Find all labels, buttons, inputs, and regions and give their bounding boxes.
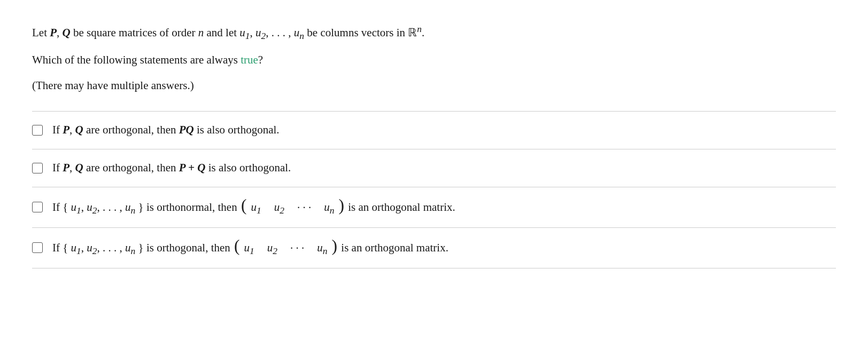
opt4-middle: } is orthogonal, then	[135, 241, 233, 254]
intro-section: Let P, Q be square matrices of order n a…	[32, 21, 836, 95]
option-row-3: If { u1, u2, . . . , un } is orthonormal…	[32, 187, 836, 228]
checkbox-area-2[interactable]	[32, 163, 43, 173]
opt4-suffix: is an orthogonal matrix.	[338, 241, 448, 254]
opt1-P: P	[63, 123, 69, 136]
which-text: Which of the following statements are al…	[32, 53, 241, 66]
opt2-middle: are orthogonal, then	[83, 161, 179, 174]
var-n: n	[198, 26, 204, 39]
option-text-1: If P, Q are orthogonal, then PQ is also …	[52, 121, 836, 139]
opt3-col-dots: · · ·	[297, 199, 311, 217]
vector-u1: u1	[239, 26, 250, 39]
option-row-2: If P, Q are orthogonal, then P + Q is al…	[32, 149, 836, 187]
opt3-col-un: un	[324, 199, 334, 218]
real-space: ℝn	[408, 26, 422, 39]
opt4-matrix: u1u2· · ·un	[241, 239, 331, 258]
multiple-answers-note: (There may have multiple answers.)	[32, 79, 194, 92]
opt4-u2: u2	[87, 241, 97, 254]
opt3-middle: } is orthonormal, then	[135, 201, 240, 213]
intro-line-2: Which of the following statements are al…	[32, 51, 836, 70]
opt4-col-dots: · · ·	[290, 240, 304, 258]
opt1-if: If	[52, 123, 63, 136]
intro-line-1: Let P, Q be square matrices of order n a…	[32, 21, 836, 44]
opt2-if: If	[52, 161, 63, 174]
question-mark: ?	[258, 53, 263, 66]
opt3-un: un	[125, 201, 135, 213]
opt4-col-u2: u2	[267, 239, 277, 258]
intro-period: .	[422, 26, 424, 39]
checkbox-3[interactable]	[32, 202, 43, 212]
opt3-col-u2: u2	[274, 199, 284, 218]
checkbox-1[interactable]	[32, 125, 43, 136]
option-text-4: If { u1, u2, . . . , un } is orthogonal,…	[52, 238, 836, 258]
option-text-2: If P, Q are orthogonal, then P + Q is al…	[52, 159, 836, 177]
opt3-lparen: (	[241, 196, 247, 215]
matrix-P: P	[50, 26, 57, 39]
opt3-u1: u1	[71, 201, 81, 213]
opt4-rparen: )	[332, 236, 338, 255]
opt3-u2: u2	[87, 201, 97, 213]
intro-line-3: (There may have multiple answers.)	[32, 76, 836, 96]
matrix-Q: Q	[63, 26, 71, 39]
vector-u2: u2	[255, 26, 266, 39]
opt4-sep1: ,	[81, 241, 87, 254]
opt2-PplusQ: P + Q	[179, 161, 206, 174]
opt3-if: If {	[52, 201, 71, 213]
intro-comma1: ,	[57, 26, 63, 39]
opt2-comma: ,	[69, 161, 75, 174]
opt3-rparen: )	[338, 196, 344, 215]
vector-un: un	[294, 26, 304, 39]
opt4-col-un: un	[317, 239, 327, 258]
opt2-P: P	[63, 161, 69, 174]
opt3-sep1: ,	[81, 201, 87, 213]
word-true: true	[241, 53, 258, 66]
checkbox-2[interactable]	[32, 163, 43, 173]
checkbox-area-1[interactable]	[32, 125, 43, 136]
opt1-middle: are orthogonal, then	[83, 123, 179, 136]
opt4-lparen: (	[234, 236, 240, 255]
opt4-if: If {	[52, 241, 71, 254]
intro-andlet: and let	[204, 26, 239, 39]
opt4-sep2: , . . . ,	[97, 241, 126, 254]
opt3-col-u1: u1	[251, 199, 261, 218]
checkbox-area-4[interactable]	[32, 242, 43, 253]
intro-sep1: ,	[250, 26, 256, 39]
opt4-u1: u1	[71, 241, 81, 254]
opt1-Q: Q	[75, 123, 83, 136]
opt3-suffix: is an orthogonal matrix.	[345, 201, 455, 213]
intro-suffix: be columns vectors in	[304, 26, 408, 39]
intro-order-text: be square matrices of order	[71, 26, 198, 39]
options-section: If P, Q are orthogonal, then PQ is also …	[32, 111, 836, 268]
intro-text-let: Let	[32, 26, 50, 39]
opt1-PQ: PQ	[179, 123, 194, 136]
opt2-suffix: is also orthogonal.	[205, 161, 291, 174]
option-text-3: If { u1, u2, . . . , un } is orthonormal…	[52, 197, 836, 218]
checkbox-area-3[interactable]	[32, 202, 43, 212]
opt3-matrix: u1u2· · ·un	[247, 199, 337, 218]
opt4-col-u1: u1	[244, 239, 254, 258]
opt4-un: un	[125, 241, 135, 254]
opt1-comma: ,	[69, 123, 75, 136]
opt1-suffix: is also orthogonal.	[194, 123, 280, 136]
intro-sep2: , . . . ,	[266, 26, 294, 39]
opt2-Q: Q	[75, 161, 83, 174]
opt3-sep2: , . . . ,	[97, 201, 126, 213]
checkbox-4[interactable]	[32, 242, 43, 253]
option-row-4: If { u1, u2, . . . , un } is orthogonal,…	[32, 228, 836, 268]
option-row-1: If P, Q are orthogonal, then PQ is also …	[32, 111, 836, 149]
